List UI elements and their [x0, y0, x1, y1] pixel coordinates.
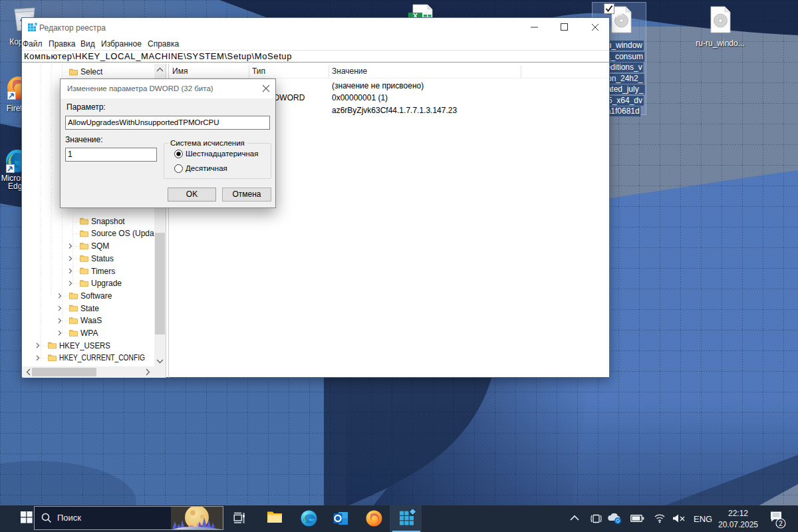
svg-text:Upgrade: Upgrade	[91, 279, 122, 288]
svg-text:SQM: SQM	[91, 241, 109, 251]
svg-text:2: 2	[779, 520, 783, 527]
svg-text:Software: Software	[80, 291, 112, 301]
svg-text:Timers: Timers	[91, 267, 115, 276]
svg-text:Snapshot: Snapshot	[91, 217, 125, 226]
svg-text:Status: Status	[91, 254, 114, 263]
svg-text:WPA: WPA	[80, 329, 98, 338]
svg-text:HKEY_USERS: HKEY_USERS	[59, 341, 110, 350]
svg-text:Select: Select	[80, 67, 103, 76]
svg-text:WaaS: WaaS	[80, 316, 102, 325]
svg-text:State: State	[80, 304, 99, 313]
svg-text:HKEY_CURRENT_CONFIG: HKEY_CURRENT_CONFIG	[59, 353, 145, 362]
svg-text:Source OS (Updat: Source OS (Updat	[91, 229, 154, 238]
